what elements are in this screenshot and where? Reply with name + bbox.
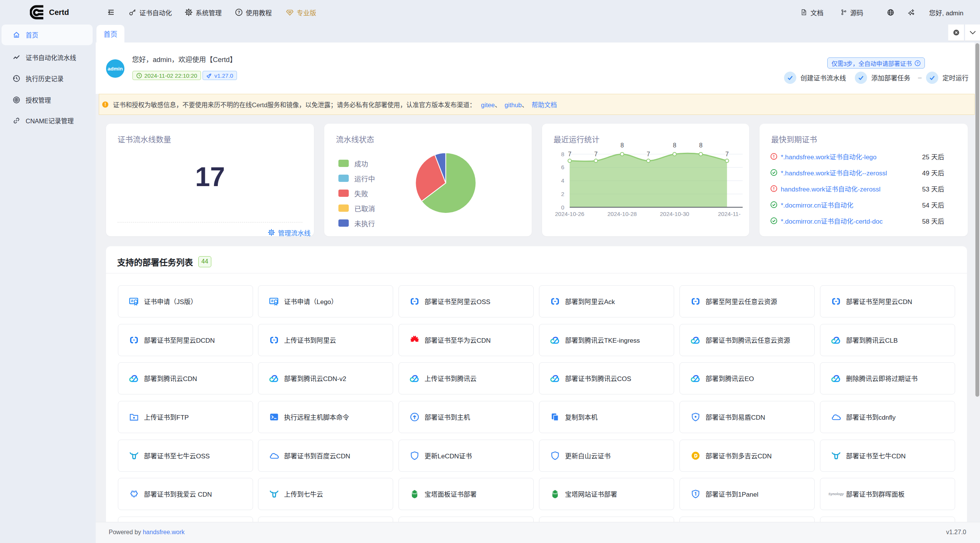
svg-text:2024-10-26: 2024-10-26 <box>555 211 585 217</box>
svg-text:7: 7 <box>725 151 729 157</box>
svg-text:7: 7 <box>568 151 572 157</box>
svg-text:7: 7 <box>594 151 598 157</box>
svg-text:8: 8 <box>673 142 676 149</box>
svg-text:7: 7 <box>647 151 650 157</box>
svg-text:8: 8 <box>561 151 564 157</box>
svg-text:2024-10-28: 2024-10-28 <box>608 211 637 217</box>
svg-text:?: ? <box>238 10 240 15</box>
svg-text:4: 4 <box>561 177 564 184</box>
svg-text:8: 8 <box>621 142 624 149</box>
svg-text:?: ? <box>916 61 919 65</box>
svg-text:2024-10-30: 2024-10-30 <box>660 211 689 217</box>
svg-text:2024-11-: 2024-11- <box>718 211 740 217</box>
svg-text:0: 0 <box>561 204 564 211</box>
svg-text:8: 8 <box>699 142 702 149</box>
svg-text:2: 2 <box>561 191 564 197</box>
svg-text:6: 6 <box>561 164 564 170</box>
